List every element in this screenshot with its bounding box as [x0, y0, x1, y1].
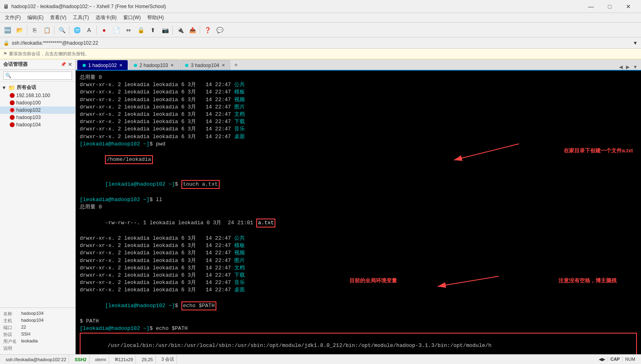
- sidebar-item-hadoop102[interactable]: hadoop102: [0, 106, 75, 114]
- info-user-row: 用户名 leokadia: [3, 338, 72, 345]
- toolbar-chat[interactable]: 💬: [214, 24, 225, 36]
- toolbar-camera[interactable]: 📷: [159, 24, 171, 36]
- sidebar-item-hadoop104[interactable]: hadoop104: [0, 121, 75, 128]
- terminal-pwd-result: /home/leokadia: [80, 148, 153, 172]
- sidebar-search-input[interactable]: [3, 72, 72, 80]
- tab-next-button[interactable]: ▶: [624, 64, 631, 70]
- toolbar-sep1: [27, 26, 27, 35]
- address-bar: 🔒 ssh://leokadia:**********@hadoop102:22…: [0, 37, 641, 49]
- terminal-atxt-line: -rw-rw-r--. 1 leokadia leokadia 0 3月 24 …: [80, 211, 637, 235]
- toolbar-sep4: [96, 26, 97, 35]
- toolbar-red[interactable]: ●: [98, 24, 110, 36]
- terminal[interactable]: 总用量 0 drwxr-xr-x. 2 leokadia leokadia 6 …: [76, 71, 641, 354]
- sidebar-item-192[interactable]: 192.168.10.100: [0, 92, 75, 99]
- menu-tools[interactable]: 工具(T): [70, 13, 92, 22]
- tab-hadoop104-close[interactable]: ✕: [222, 63, 225, 67]
- toolbar-copy[interactable]: ⎘: [29, 24, 40, 36]
- annotation-create-file: 在家目录下创建一个文件a.txt: [564, 147, 633, 154]
- tab-nav: ◀ ▶ ▼: [617, 64, 639, 70]
- toolbar-lock[interactable]: 🔒: [135, 24, 146, 36]
- tab-hadoop104[interactable]: 3 hadoop104 ✕: [180, 60, 230, 70]
- toolbar-globe[interactable]: 🌐: [71, 24, 83, 36]
- tab-menu-button[interactable]: ▼: [631, 64, 639, 70]
- sidebar-close-button[interactable]: ✕: [68, 62, 72, 67]
- close-button[interactable]: ✕: [619, 0, 638, 13]
- menu-bar: 文件(F) 编辑(E) 查看(V) 工具(T) 选项卡(B) 窗口(W) 帮助(…: [0, 13, 641, 23]
- tab-hadoop103-close[interactable]: ✕: [170, 63, 174, 67]
- tab-add-button[interactable]: +: [231, 60, 241, 70]
- expand-icon: ▼: [2, 85, 7, 91]
- toolbar-sep2: [54, 26, 55, 35]
- status-size-text: 121x29: [118, 357, 133, 362]
- window-title: hadoop102 - leokadia@hadoop102:~ - Xshel…: [11, 4, 582, 9]
- terminal-echo-line: [leokadia@hadoop102 ~]$ echo $PATH: [80, 294, 637, 318]
- address-dropdown[interactable]: ▼: [633, 40, 638, 46]
- toolbar-paste[interactable]: 📋: [41, 24, 52, 36]
- tab-hadoop102-close[interactable]: ✕: [119, 63, 122, 67]
- terminal-line: drwxr-xr-x. 2 leokadia leokadia 6 3月 14 …: [80, 272, 637, 279]
- minimize-button[interactable]: —: [582, 0, 600, 13]
- tab-hadoop102[interactable]: 1 hadoop102 ✕: [77, 60, 128, 70]
- maximize-button[interactable]: □: [600, 0, 619, 13]
- menu-file[interactable]: 文件(F): [2, 13, 24, 22]
- status-proto-text: SSH2: [75, 357, 87, 362]
- info-port-label: 端口: [3, 325, 20, 331]
- info-port-value: 22: [21, 325, 26, 331]
- terminal-line: [leokadia@hadoop102 ~]$ ll: [80, 196, 637, 204]
- tab-hadoop102-label: 1 hadoop102: [88, 63, 117, 68]
- status-size: ⊞ 121x29: [112, 355, 136, 364]
- tab-dot: [185, 64, 188, 67]
- toolbar: 🆕 📂 ⎘ 📋 🔍 🌐 A ● 📄 ⇔ 🔒 ⬆ 📷 🔌 📤 ❓ 💬: [0, 23, 641, 37]
- tab-prev-button[interactable]: ◀: [617, 64, 624, 70]
- hadoop103-label: hadoop103: [16, 115, 41, 120]
- terminal-line: drwxr-xr-x. 2 leokadia leokadia 6 3月 14 …: [80, 264, 637, 272]
- terminal-line: drwxr-xr-x. 2 leokadia leokadia 6 3月 14 …: [80, 286, 637, 294]
- menu-edit[interactable]: 编辑(E): [24, 13, 47, 22]
- window-controls: — □ ✕: [582, 0, 638, 13]
- address-text: ssh://leokadia:**********@hadoop102:22: [12, 40, 98, 46]
- sidebar-item-hadoop100[interactable]: hadoop100: [0, 99, 75, 106]
- tab-dot: [83, 64, 86, 67]
- terminal-line: drwxr-xr-x. 2 leokadia leokadia 6 3月 14 …: [80, 133, 637, 141]
- status-arrows[interactable]: ◀▶: [596, 357, 608, 362]
- tab-hadoop103[interactable]: 2 hadoop103 ✕: [129, 60, 179, 70]
- status-cap: CAP: [608, 357, 623, 362]
- menu-view[interactable]: 查看(V): [47, 13, 70, 22]
- terminal-line: drwxr-xr-x. 2 leokadia leokadia 6 3月 14 …: [80, 96, 637, 104]
- toolbar-help[interactable]: ❓: [202, 24, 213, 36]
- connection-dot: [10, 93, 15, 98]
- sidebar-item-hadoop103[interactable]: hadoop103: [0, 114, 75, 121]
- toolbar-font[interactable]: A: [83, 24, 95, 36]
- toolbar-connect[interactable]: 🔌: [174, 24, 186, 36]
- tab-hadoop104-label: 3 hadoop104: [191, 63, 219, 68]
- menu-tabs[interactable]: 选项卡(B): [92, 13, 120, 22]
- menu-help[interactable]: 帮助(H): [144, 13, 167, 22]
- toolbar-sep6: [200, 26, 200, 35]
- toolbar-find[interactable]: 🔍: [56, 24, 68, 36]
- toolbar-arrows[interactable]: ⇔: [123, 24, 134, 36]
- menu-window[interactable]: 窗口(W): [120, 13, 144, 22]
- sidebar-item-all-sessions[interactable]: ▼ 📁 所有会话: [0, 83, 75, 92]
- info-name-row: 名称 hadoop104: [3, 310, 72, 317]
- sidebar-search-container: [0, 70, 75, 82]
- status-num: NUM: [623, 357, 638, 362]
- terminal-line: drwxr-xr-x. 2 leokadia leokadia 6 3月 14 …: [80, 111, 637, 118]
- status-pos-text: 29,25: [142, 357, 153, 362]
- toolbar-transfer[interactable]: 📤: [187, 24, 198, 36]
- toolbar-sep5: [172, 26, 173, 35]
- status-num-text: NUM: [625, 357, 635, 362]
- info-name-value: hadoop104: [21, 311, 44, 317]
- terminal-line: drwxr-xr-x. 2 leokadia leokadia 6 3月 14 …: [80, 126, 637, 133]
- info-proto-row: 协议 SSH: [3, 331, 72, 338]
- hadoop102-label: hadoop102: [16, 107, 41, 113]
- toolbar-file[interactable]: 📄: [111, 24, 122, 36]
- toolbar-new[interactable]: 🆕: [2, 24, 13, 36]
- toolbar-upload[interactable]: ⬆: [147, 24, 159, 36]
- session-add-text: 要添加当前会话，点击左侧的箭头按钮。: [9, 51, 89, 57]
- toolbar-open[interactable]: 📂: [14, 24, 25, 36]
- terminal-line: [leokadia@hadoop102 ~]$ echo $PATH: [80, 325, 637, 332]
- all-sessions-label: 所有会话: [17, 84, 36, 91]
- sidebar-header: 会话管理器 📌 ✕: [0, 59, 75, 70]
- pin-button[interactable]: 📌: [61, 62, 66, 67]
- touch-highlight: touch a.txt: [181, 180, 220, 189]
